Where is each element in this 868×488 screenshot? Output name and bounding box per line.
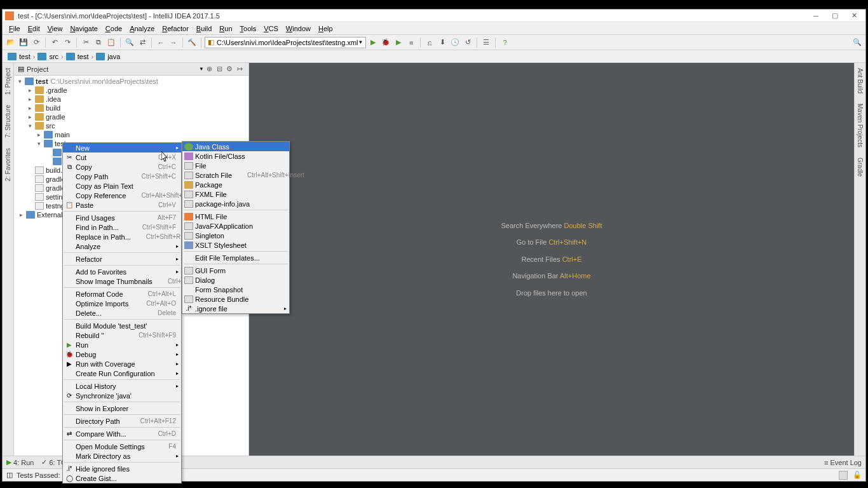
menu-item-showimagethumbnails[interactable]: Show Image ThumbnailsCtrl+Shift+T	[63, 276, 181, 286]
run-tool-window[interactable]: ▶4: Run	[6, 458, 34, 466]
copy-icon[interactable]: ⧉	[93, 37, 104, 48]
left-tab-project[interactable]: 1: Project	[3, 63, 13, 100]
menu-item-refactor[interactable]: Refactor▸	[63, 254, 181, 264]
breadcrumb-java[interactable]: java	[96, 53, 120, 60]
forward-icon[interactable]: →	[168, 37, 179, 48]
menu-item-hideignoredfiles[interactable]: .i*Hide ignored files	[63, 464, 181, 473]
menu-item-file[interactable]: File	[182, 161, 289, 170]
breadcrumb-src[interactable]: src	[37, 53, 58, 60]
right-tab-antbuild[interactable]: Ant Build	[855, 63, 865, 98]
breadcrumb-test[interactable]: test	[66, 53, 89, 60]
revert-icon[interactable]: ↺	[462, 37, 473, 48]
menu-item-createrunconfiguration[interactable]: Create Run Configuration▸	[63, 369, 181, 378]
cut-icon[interactable]: ✂	[80, 37, 92, 48]
menu-item-findusages[interactable]: Find UsagesAlt+F7	[63, 213, 181, 222]
tree-item-idea[interactable]: ▸.idea	[14, 95, 248, 104]
menu-item-copypath[interactable]: Copy PathCtrl+Shift+C	[63, 172, 181, 181]
paste-icon[interactable]: 📋	[105, 37, 117, 48]
menu-item-javafxapplication[interactable]: JavaFXApplication	[182, 221, 289, 231]
redo-icon[interactable]: ↷	[62, 37, 73, 48]
menu-item-singleton[interactable]: Singleton	[182, 231, 289, 240]
menu-item-scratchfile[interactable]: Scratch FileCtrl+Alt+Shift+Insert	[182, 170, 289, 180]
coverage-button[interactable]: ▶	[393, 37, 404, 48]
menu-item-delete[interactable]: Delete...Delete	[63, 308, 181, 318]
menu-item-runwithcoverage[interactable]: ▶Run with Coverage▸	[63, 359, 181, 369]
menu-item-showinexplorer[interactable]: Show in Explorer	[63, 403, 181, 413]
menu-help[interactable]: Help	[315, 24, 337, 34]
menu-item-copyreference[interactable]: Copy ReferenceCtrl+Alt+Shift+C	[63, 191, 181, 200]
menu-item-ignorefile[interactable]: .i*.ignore file▸	[182, 304, 289, 313]
new-submenu[interactable]: Java ClassKotlin File/ClassFileScratch F…	[182, 141, 290, 314]
menu-item-copyasplaintext[interactable]: Copy as Plain Text	[63, 181, 181, 191]
structure-icon[interactable]: ☰	[480, 37, 492, 48]
minimize-button[interactable]: ─	[811, 11, 821, 21]
menu-view[interactable]: View	[44, 24, 67, 34]
menu-item-analyze[interactable]: Analyze▸	[63, 241, 181, 251]
menu-item-javaclass[interactable]: Java Class	[182, 142, 289, 151]
editor-area[interactable]: Search Everywhere Double Shift Go to Fil…	[249, 63, 854, 456]
menu-item-dialog[interactable]: Dialog	[182, 275, 289, 285]
menu-navigate[interactable]: Navigate	[66, 24, 101, 34]
menu-edit[interactable]: Edit	[24, 24, 44, 34]
menu-item-editfiletemplates[interactable]: Edit File Templates...	[182, 253, 289, 262]
maximize-button[interactable]: ▢	[830, 11, 840, 21]
event-log[interactable]: ≡Event Log	[824, 459, 862, 466]
menu-item-synchronizejava[interactable]: ⟳Synchronize 'java'	[63, 391, 181, 400]
menu-item-cut[interactable]: ✂CutCtrl+X	[63, 152, 181, 162]
open-icon[interactable]: 📂	[5, 37, 17, 48]
menu-item-reformatcode[interactable]: Reformat CodeCtrl+Alt+L	[63, 289, 181, 299]
undo-icon[interactable]: ↶	[49, 37, 60, 48]
tree-item-gradle[interactable]: ▸.gradle	[14, 86, 248, 95]
menu-item-xsltstylesheet[interactable]: XSLT Stylesheet	[182, 240, 289, 250]
menu-item-copy[interactable]: ⧉CopyCtrl+C	[63, 162, 181, 172]
tree-item-main[interactable]: ▸main	[14, 130, 248, 139]
tree-item-gradle[interactable]: ▸gradle	[14, 112, 248, 121]
menu-item-addtofavorites[interactable]: Add to Favorites▸	[63, 267, 181, 276]
menu-item-buildmoduletesttest[interactable]: Build Module 'test_test'	[63, 321, 181, 330]
menu-item-openmodulesettings[interactable]: Open Module SettingsF4	[63, 442, 181, 451]
menu-item-findinpath[interactable]: Find in Path...Ctrl+Shift+F	[63, 222, 181, 232]
menu-item-rebuilddefault[interactable]: Rebuild ''Ctrl+Shift+F9	[63, 330, 181, 340]
menu-item-paste[interactable]: 📋PasteCtrl+V	[63, 200, 181, 210]
menu-analyze[interactable]: Analyze	[126, 24, 158, 34]
save-icon[interactable]: 💾	[18, 37, 29, 48]
left-tab-favorites[interactable]: 2: Favorites	[3, 143, 13, 186]
find-icon[interactable]: 🔍	[124, 37, 135, 48]
menu-refactor[interactable]: Refactor	[158, 24, 193, 34]
hide-icon[interactable]: ↦	[234, 64, 245, 74]
search-everywhere-icon[interactable]: 🔍	[851, 37, 863, 48]
chevron-down-icon[interactable]: ▼	[199, 66, 204, 72]
run-config-combo[interactable]: ◧ C:\Users\nivi.mor\IdeaProjects\test\te…	[205, 37, 366, 48]
menu-code[interactable]: Code	[102, 24, 126, 34]
menu-item-fxmlfile[interactable]: FXML File	[182, 189, 289, 199]
tree-item-build[interactable]: ▸build	[14, 104, 248, 112]
menu-item-formsnapshot[interactable]: Form Snapshot	[182, 285, 289, 294]
back-icon[interactable]: ←	[155, 37, 166, 48]
history-icon[interactable]: 🕓	[449, 37, 461, 48]
menu-item-creategist[interactable]: ◯Create Gist...	[63, 473, 181, 483]
menu-item-localhistory[interactable]: Local History▸	[63, 381, 181, 391]
stop-button[interactable]: ■	[405, 37, 417, 48]
context-menu[interactable]: New▸✂CutCtrl+X⧉CopyCtrl+CCopy PathCtrl+S…	[62, 142, 182, 484]
menu-window[interactable]: Window	[282, 24, 315, 34]
menu-build[interactable]: Build	[193, 24, 215, 34]
autoscroll-icon[interactable]: ⊕	[204, 64, 214, 74]
breadcrumb-test[interactable]: test	[8, 53, 31, 60]
menu-item-debug[interactable]: 🐞Debug▸	[63, 349, 181, 359]
windows-icon[interactable]: ◫	[6, 471, 13, 479]
menu-item-directorypath[interactable]: Directory PathCtrl+Alt+F12	[63, 416, 181, 426]
menu-item-run[interactable]: ▶Run▸	[63, 340, 181, 349]
menu-item-replaceinpath[interactable]: Replace in Path...Ctrl+Shift+R	[63, 232, 181, 241]
menu-item-guiform[interactable]: GUI Form	[182, 266, 289, 275]
replace-icon[interactable]: ⇄	[137, 37, 148, 48]
menu-item-packageinfojava[interactable]: package-info.java	[182, 199, 289, 208]
build-icon[interactable]: 🔨	[186, 37, 198, 48]
menu-file[interactable]: File	[5, 24, 24, 34]
help-icon[interactable]: ?	[499, 37, 510, 48]
lock-icon[interactable]: 🔓	[853, 471, 862, 479]
menu-item-resourcebundle[interactable]: Resource Bundle	[182, 294, 289, 304]
menu-item-new[interactable]: New▸	[63, 143, 181, 152]
right-tab-gradle[interactable]: Gradle	[855, 152, 865, 182]
menu-item-kotlinfileclass[interactable]: Kotlin File/Class	[182, 151, 289, 161]
run-button[interactable]: ▶	[367, 37, 379, 48]
